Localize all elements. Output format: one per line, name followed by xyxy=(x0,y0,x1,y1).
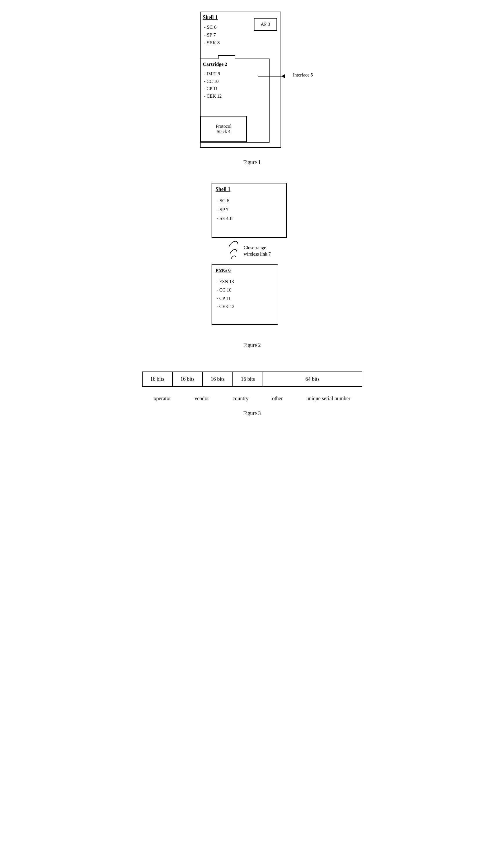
wireless-area: Close-rangewireless link 7 xyxy=(212,241,287,261)
figure2-caption: Figure 2 xyxy=(243,342,261,348)
figure3-section: 16 bits 16 bits 16 bits 16 bits 64 bits … xyxy=(126,372,378,416)
label-country: country xyxy=(233,396,249,402)
figure3-field-labels: operator vendor country other unique ser… xyxy=(142,396,362,402)
ap3-label: AP 3 xyxy=(261,22,270,27)
wireless-icon xyxy=(227,242,239,260)
protocol-stack-box: ProtocolStack 4 xyxy=(201,116,247,142)
shell1-items: - SC 6- SP 7- SEK 8 xyxy=(204,23,220,47)
pmg6-items: - ESN 13- CC 10- CP 11- CEK 12 xyxy=(217,278,235,311)
label-operator: operator xyxy=(154,396,171,402)
label-vendor: vendor xyxy=(194,396,209,402)
cartridge-connector xyxy=(218,55,235,59)
shell1-box: Shell 1 - SC 6- SP 7- SEK 8 AP 3 Cartrid… xyxy=(200,12,281,148)
interface5-arrow xyxy=(281,74,285,78)
pmg6-box: PMG 6 - ESN 13- CC 10- CP 11- CEK 12 xyxy=(212,264,278,325)
interface5-label: Interface 5 xyxy=(293,73,313,78)
cartridge2-box: Cartridge 2 - IMEI 9- CC 10- CP 11- CEK … xyxy=(200,59,269,142)
figure2-diagram: Shell 1 - SC 6- SP 7- SEK 8 Close-rangew… xyxy=(194,183,310,334)
figure1-caption: Figure 1 xyxy=(243,159,261,165)
wireless-label: Close-rangewireless link 7 xyxy=(244,245,271,258)
figure3-caption: Figure 3 xyxy=(243,410,261,416)
label-other: other xyxy=(272,396,283,402)
shell1-label: Shell 1 xyxy=(203,14,218,21)
figure1-section: Shell 1 - SC 6- SP 7- SEK 8 AP 3 Cartrid… xyxy=(126,12,378,165)
label-unique-serial: unique serial number xyxy=(306,396,350,402)
cell-16bits-1: 16 bits xyxy=(142,372,173,387)
ap3-box: AP 3 xyxy=(254,18,277,31)
cell-64bits: 64 bits xyxy=(263,372,362,387)
fig2-shell1-box: Shell 1 - SC 6- SP 7- SEK 8 xyxy=(212,183,287,238)
cell-16bits-3: 16 bits xyxy=(203,372,233,387)
pmg6-label: PMG 6 xyxy=(216,267,231,273)
figure2-section: Shell 1 - SC 6- SP 7- SEK 8 Close-rangew… xyxy=(126,183,378,348)
fig2-shell1-items: - SC 6- SP 7- SEK 8 xyxy=(217,197,233,223)
figure3-table: 16 bits 16 bits 16 bits 16 bits 64 bits xyxy=(142,372,362,387)
cartridge2-label: Cartridge 2 xyxy=(203,61,227,67)
cartridge2-items: - IMEI 9- CC 10- CP 11- CEK 12 xyxy=(204,70,222,100)
protocol-stack-label: ProtocolStack 4 xyxy=(216,124,231,134)
figure1-diagram: Shell 1 - SC 6- SP 7- SEK 8 AP 3 Cartrid… xyxy=(191,12,313,151)
cell-16bits-2: 16 bits xyxy=(173,372,203,387)
interface5-line xyxy=(258,76,284,76)
cell-16bits-4: 16 bits xyxy=(233,372,263,387)
fig2-shell1-label: Shell 1 xyxy=(216,186,231,192)
